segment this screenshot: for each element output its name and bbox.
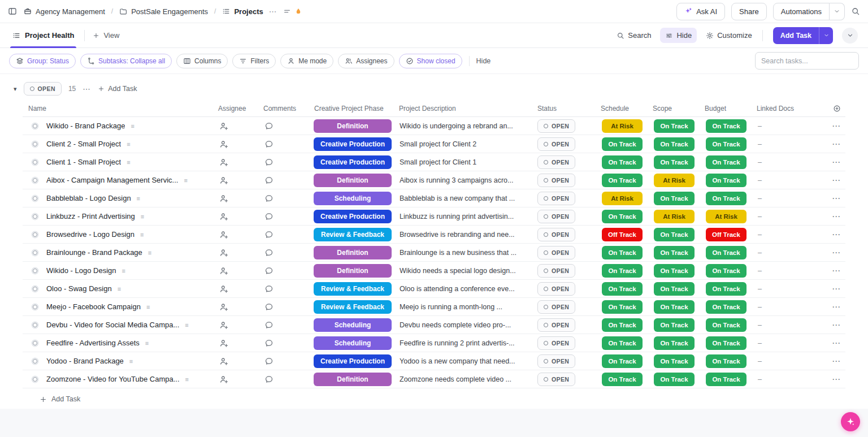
table-row[interactable]: Brainlounge - Brand Package ≡ Definition… bbox=[23, 244, 845, 262]
schedule-badge[interactable]: On Track bbox=[602, 354, 643, 368]
task-name[interactable]: Client 2 - Small Project bbox=[46, 140, 121, 148]
group-collapse-chevron-icon[interactable]: ▾ bbox=[14, 85, 17, 93]
task-status-icon[interactable] bbox=[33, 250, 37, 255]
task-name[interactable]: Yodoo - Brand Package bbox=[46, 357, 124, 365]
scope-badge[interactable]: On Track bbox=[654, 119, 695, 133]
toolbar-pill-group-status[interactable]: Group: Status bbox=[9, 54, 76, 68]
phase-badge[interactable]: Scheduling bbox=[314, 336, 392, 350]
task-name[interactable]: Wikido - Brand Package bbox=[46, 122, 125, 130]
toolbar-hide-button[interactable]: Hide bbox=[476, 57, 491, 65]
status-pill[interactable]: OPEN bbox=[537, 336, 575, 350]
comment-icon[interactable] bbox=[264, 230, 274, 239]
toolbar-pill-filters[interactable]: Filters bbox=[232, 54, 276, 68]
description-cell[interactable]: Wikido needs a special logo design... bbox=[394, 262, 533, 279]
table-row[interactable]: Linkbuzz - Print Advertising ≡ Creative … bbox=[23, 207, 845, 226]
budget-badge[interactable]: On Track bbox=[706, 192, 747, 205]
task-status-icon[interactable] bbox=[33, 359, 37, 364]
status-pill[interactable]: OPEN bbox=[537, 318, 575, 332]
task-status-icon[interactable] bbox=[33, 124, 37, 128]
budget-badge[interactable]: At Risk bbox=[706, 210, 747, 223]
toolbar-pill-subtasks-collapse-all[interactable]: Subtasks: Collapse all bbox=[80, 54, 172, 68]
add-task-row-button[interactable]: Add Task bbox=[23, 388, 845, 410]
group-status-pill[interactable]: OPEN bbox=[24, 82, 62, 96]
schedule-badge[interactable]: On Track bbox=[602, 318, 643, 332]
table-row[interactable]: Devbu - Video for Social Media Campa... … bbox=[23, 316, 845, 334]
scope-badge[interactable]: On Track bbox=[654, 228, 695, 241]
table-row[interactable]: Client 1 - Small Project ≡ Creative Prod… bbox=[23, 153, 845, 171]
budget-badge[interactable]: On Track bbox=[706, 174, 747, 187]
phase-badge[interactable]: Definition bbox=[314, 264, 392, 278]
status-pill[interactable]: OPEN bbox=[537, 264, 575, 278]
add-assignee-icon[interactable] bbox=[219, 176, 228, 185]
automations-dropdown-button[interactable] bbox=[830, 3, 845, 20]
phase-badge[interactable]: Creative Production bbox=[314, 137, 392, 151]
column-header-scope[interactable]: Scope bbox=[648, 100, 700, 116]
status-pill[interactable]: OPEN bbox=[537, 192, 575, 205]
table-row[interactable]: Wikido - Logo Design ≡ Definition Wikido… bbox=[23, 262, 845, 280]
comment-icon[interactable] bbox=[264, 158, 274, 167]
ask-ai-button[interactable]: Ask AI bbox=[676, 3, 725, 20]
breadcrumb-list[interactable]: Projects bbox=[222, 7, 263, 16]
row-menu-icon[interactable]: ⋯ bbox=[832, 338, 841, 348]
phase-badge[interactable]: Creative Production bbox=[314, 155, 392, 169]
task-status-icon[interactable] bbox=[33, 160, 37, 165]
task-status-icon[interactable] bbox=[33, 196, 37, 201]
scope-badge[interactable]: On Track bbox=[654, 354, 695, 368]
table-row[interactable]: Aibox - Campaign Management Servic... ≡ … bbox=[23, 171, 845, 189]
status-pill[interactable]: OPEN bbox=[537, 210, 575, 223]
toolbar-pill-assignees[interactable]: Assignees bbox=[338, 54, 394, 68]
task-status-icon[interactable] bbox=[33, 214, 37, 219]
row-menu-icon[interactable]: ⋯ bbox=[832, 374, 841, 384]
add-assignee-icon[interactable] bbox=[219, 321, 228, 330]
column-header-schedule[interactable]: Schedule bbox=[596, 100, 648, 116]
table-row[interactable]: Oloo - Swag Design ≡ Review & Feedback O… bbox=[23, 280, 845, 298]
add-task-button[interactable]: Add Task bbox=[773, 27, 819, 44]
share-button[interactable]: Share bbox=[731, 3, 767, 20]
status-pill[interactable]: OPEN bbox=[537, 246, 575, 259]
task-name[interactable]: Devbu - Video for Social Media Campa... bbox=[46, 321, 179, 329]
description-cell[interactable]: Feedfire is running 2 print advertis-... bbox=[394, 334, 533, 352]
description-cell[interactable]: Devbu needs complete video pro-... bbox=[394, 316, 533, 334]
collapse-header-button[interactable] bbox=[842, 28, 858, 44]
task-status-icon[interactable] bbox=[33, 287, 37, 291]
schedule-badge[interactable]: On Track bbox=[602, 282, 643, 296]
budget-badge[interactable]: On Track bbox=[706, 282, 747, 296]
schedule-badge[interactable]: On Track bbox=[602, 300, 643, 314]
comment-icon[interactable] bbox=[264, 248, 274, 257]
automations-button[interactable]: Automations bbox=[773, 3, 830, 20]
phase-badge[interactable]: Definition bbox=[314, 246, 392, 259]
budget-badge[interactable]: On Track bbox=[706, 336, 747, 350]
group-add-task-button[interactable]: Add Task bbox=[98, 85, 137, 93]
add-assignee-icon[interactable] bbox=[219, 302, 228, 311]
column-header-project-description[interactable]: Project Description bbox=[394, 100, 533, 116]
row-menu-icon[interactable]: ⋯ bbox=[832, 248, 841, 258]
scope-badge[interactable]: On Track bbox=[654, 336, 695, 350]
table-row[interactable]: Meejo - Facebook Campaign ≡ Review & Fee… bbox=[23, 298, 845, 316]
add-view-button[interactable]: View bbox=[93, 31, 119, 40]
task-name[interactable]: Oloo - Swag Design bbox=[46, 284, 112, 293]
description-cell[interactable]: Small project for Client 2 bbox=[394, 135, 533, 153]
phase-badge[interactable]: Review & Feedback bbox=[314, 300, 392, 314]
tab-project-health[interactable]: Project Health bbox=[10, 23, 76, 48]
breadcrumb-workspace[interactable]: Agency Management bbox=[24, 7, 105, 16]
budget-badge[interactable]: On Track bbox=[706, 354, 747, 368]
column-header-assignee[interactable]: Assignee bbox=[214, 100, 259, 116]
description-cell[interactable]: Browsedrive is rebranding and nee... bbox=[394, 226, 533, 243]
comment-icon[interactable] bbox=[264, 375, 274, 384]
schedule-badge[interactable]: On Track bbox=[602, 373, 643, 386]
comment-icon[interactable] bbox=[264, 339, 274, 348]
phase-badge[interactable]: Scheduling bbox=[314, 318, 392, 332]
scope-badge[interactable]: On Track bbox=[654, 282, 695, 296]
phase-badge[interactable]: Scheduling bbox=[314, 192, 392, 205]
scope-badge[interactable]: On Track bbox=[654, 192, 695, 205]
task-status-icon[interactable] bbox=[33, 142, 37, 146]
column-header-name[interactable]: Name bbox=[23, 100, 214, 116]
description-cell[interactable]: Brainlounge is a new business that ... bbox=[394, 244, 533, 261]
row-menu-icon[interactable]: ⋯ bbox=[832, 211, 841, 222]
comment-icon[interactable] bbox=[264, 321, 274, 330]
table-row[interactable]: Wikido - Brand Package ≡ Definition Wiki… bbox=[23, 117, 845, 135]
row-menu-icon[interactable]: ⋯ bbox=[832, 356, 841, 366]
budget-badge[interactable]: On Track bbox=[706, 246, 747, 259]
add-assignee-icon[interactable] bbox=[219, 266, 228, 275]
add-task-dropdown-button[interactable] bbox=[819, 27, 833, 44]
